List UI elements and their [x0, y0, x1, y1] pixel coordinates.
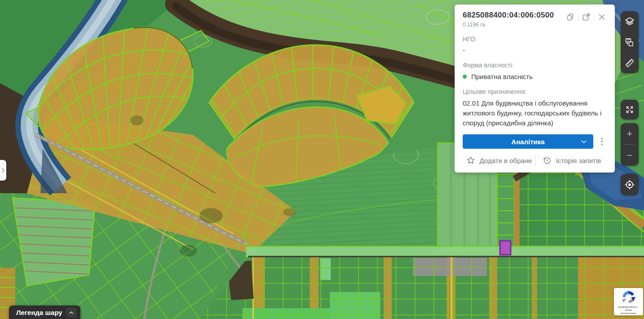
parcel-area: 0.1196 га	[463, 22, 554, 28]
chevron-right-icon	[0, 167, 6, 174]
purpose-value: 02.01 Для будівництва і обслуговування ж…	[463, 98, 608, 128]
dense-parcel-band	[200, 252, 644, 319]
fullscreen-icon[interactable]	[621, 100, 639, 120]
request-history-button[interactable]: Історія запитів	[535, 155, 608, 165]
layers-icon[interactable]	[621, 11, 639, 32]
ownership-label: Форма власності:	[463, 62, 608, 69]
recaptcha-terms-text: використання	[615, 312, 642, 315]
ngo-label: НГО:	[463, 35, 608, 43]
favorite-label: Додати в обране	[480, 157, 532, 164]
zoom-controls: + −	[621, 123, 639, 166]
legend-map-icon[interactable]	[621, 32, 639, 53]
ngo-value: -	[463, 46, 608, 54]
chevron-up-icon	[66, 308, 77, 318]
close-icon[interactable]	[596, 12, 608, 22]
map-tools-group	[621, 11, 639, 73]
minus-icon: −	[627, 151, 633, 160]
map-app: 6825088400:04:006:0500 0.1196 га	[0, 0, 644, 319]
divider	[594, 13, 594, 21]
ruler-icon[interactable]	[621, 53, 639, 73]
parcel-id: 6825088400:04:006:0500	[463, 11, 554, 20]
layer-legend-toggle[interactable]: Легенда шару	[9, 306, 80, 319]
zoom-out-button[interactable]: −	[621, 145, 639, 166]
parcel-info-panel: 6825088400:04:006:0500 0.1196 га	[455, 4, 615, 173]
locate-group	[621, 174, 639, 195]
more-options-kebab-icon[interactable]	[596, 136, 608, 147]
fullscreen-group	[621, 100, 639, 120]
selected-parcel[interactable]	[500, 241, 511, 255]
legend-label: Легенда шару	[16, 309, 62, 316]
recaptcha-badge[interactable]: Конфіденційність - Умови використання	[614, 288, 643, 315]
locate-icon[interactable]	[621, 174, 639, 195]
add-to-favorites-button[interactable]: Додати в обране	[463, 155, 535, 165]
plus-icon: +	[627, 129, 633, 139]
copy-icon[interactable]	[565, 12, 576, 22]
analytics-button-label: Аналітика	[511, 138, 544, 146]
zoom-in-button[interactable]: +	[621, 123, 639, 144]
recaptcha-logo-icon	[621, 290, 637, 305]
open-in-new-icon[interactable]	[580, 12, 592, 22]
divider	[578, 13, 578, 21]
ownership-value: Приватна власність	[471, 73, 533, 80]
ownership-status-dot	[463, 75, 467, 79]
star-icon	[466, 155, 476, 165]
history-clock-icon	[542, 155, 552, 165]
left-drawer-handle[interactable]	[0, 160, 6, 181]
history-label: Історія запитів	[556, 157, 601, 164]
analytics-button[interactable]: Аналітика	[463, 134, 593, 149]
recaptcha-privacy-text: Конфіденційність - Умови	[615, 305, 642, 312]
chevron-down-icon	[579, 137, 589, 146]
purpose-label: Цільове призначення:	[463, 88, 608, 95]
